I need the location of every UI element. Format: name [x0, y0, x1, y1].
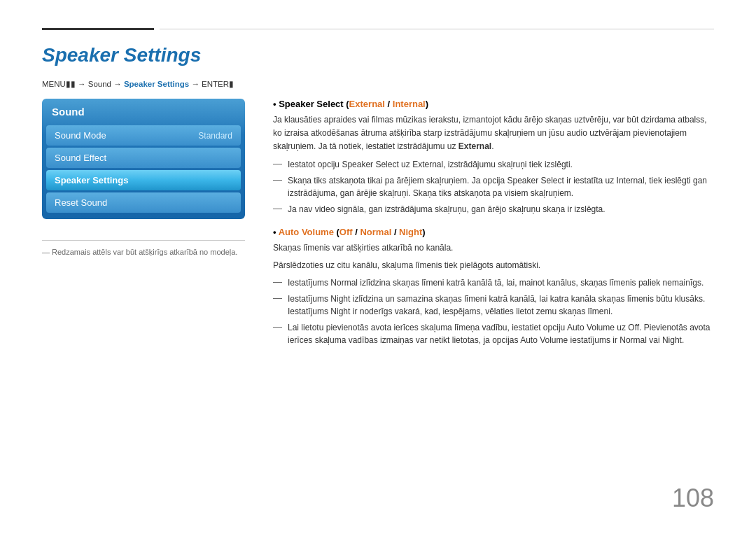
- page-title: Speaker Settings: [42, 44, 714, 66]
- auto-volume-sep2: /: [391, 227, 399, 237]
- speaker-select-internal: Internal: [393, 99, 426, 109]
- auto-sub-item-2: Iestatījums Night izlīdzina un samazina …: [273, 293, 714, 318]
- main-content: Sound Sound Mode Standard Sound Effect S…: [42, 99, 714, 358]
- sub-item-3: Ja nav video signāla, gan izstrādājuma s…: [273, 203, 714, 216]
- menu-label-speaker-settings: Speaker Settings: [55, 175, 129, 185]
- right-panel: • Speaker Select (External / Internal) J…: [273, 99, 714, 358]
- menu-label-sound-effect: Sound Effect: [55, 153, 106, 163]
- breadcrumb-text: MENU▮▮ → Sound →: [42, 80, 124, 88]
- page-number: 108: [672, 484, 714, 513]
- auto-sub-item-1: Iestatījums Normal izlīdzina skaņas līme…: [273, 276, 714, 289]
- left-note-text: — Redzamais attēls var būt atšķirīgs atk…: [42, 248, 245, 256]
- left-panel: Sound Sound Mode Standard Sound Effect S…: [42, 99, 245, 358]
- speaker-select-title: • Speaker Select (External / Internal): [273, 99, 714, 109]
- top-line-dark: [42, 28, 154, 30]
- auto-volume-title: • Auto Volume (Off / Normal / Night): [273, 227, 714, 237]
- sub-item-3-text: Ja nav video signāla, gan izstrādājuma s…: [288, 203, 606, 216]
- auto-volume-off: Off: [340, 227, 353, 237]
- auto-volume-night: Night: [399, 227, 422, 237]
- menu-label-sound-mode: Sound Mode: [55, 130, 106, 141]
- auto-footer-text: Lai lietotu pievienotās avota ierīces sk…: [288, 321, 714, 346]
- auto-volume-normal: Normal: [360, 227, 391, 237]
- sub-item-1-text: Iestatot opciju Speaker Select uz Extern…: [288, 158, 573, 171]
- auto-sub-item-2-text: Iestatījums Night izlīdzina un samazina …: [288, 293, 714, 318]
- auto-volume-sep1: /: [353, 227, 360, 237]
- sub-item-2: Skaņa tiks atskaņota tikai pa ārējiem sk…: [273, 174, 714, 199]
- speaker-select-external: External: [349, 99, 385, 109]
- sound-panel-title: Sound: [42, 99, 245, 123]
- auto-volume-bullet: •: [273, 227, 279, 237]
- auto-volume-paren1: (: [334, 227, 340, 237]
- breadcrumb-end: → ENTER▮: [189, 80, 234, 88]
- sub-item-2-text: Skaņa tiks atskaņota tikai pa ārējiem sk…: [288, 174, 714, 199]
- speaker-select-title-black: • Speaker Select (: [273, 99, 349, 109]
- menu-value-sound-mode: Standard: [198, 131, 232, 141]
- sub-item-1: Iestatot opciju Speaker Select uz Extern…: [273, 158, 714, 171]
- body1-bold-external: External: [458, 141, 491, 151]
- menu-item-sound-mode[interactable]: Sound Mode Standard: [46, 125, 241, 146]
- sound-panel: Sound Sound Mode Standard Sound Effect S…: [42, 99, 245, 219]
- breadcrumb: MENU▮▮ → Sound → Speaker Settings → ENTE…: [42, 79, 714, 89]
- auto-footer: Lai lietotu pievienotās avota ierīces sk…: [273, 321, 714, 346]
- speaker-select-body1: Ja klausāties apraides vai filmas mūzika…: [273, 113, 714, 154]
- auto-volume-label: Auto Volume: [279, 227, 334, 237]
- top-decorative-lines: [42, 28, 714, 30]
- breadcrumb-highlight: Speaker Settings: [124, 80, 189, 88]
- section-speaker-select: • Speaker Select (External / Internal) J…: [273, 99, 714, 216]
- page-container: Speaker Settings MENU▮▮ → Sound → Speake…: [0, 0, 756, 534]
- left-note-dash: —: [42, 248, 52, 256]
- menu-item-sound-effect[interactable]: Sound Effect: [46, 148, 241, 168]
- auto-volume-body1: Skaņas līmenis var atšķirties atkarībā n…: [273, 241, 714, 255]
- auto-volume-body2: Pārslēdzoties uz citu kanālu, skaļuma lī…: [273, 259, 714, 272]
- left-note-content: Redzamais attēls var būt atšķirīgs atkar…: [52, 248, 237, 256]
- menu-item-reset-sound[interactable]: Reset Sound: [46, 192, 241, 213]
- left-note: — Redzamais attēls var būt atšķirīgs atk…: [42, 240, 245, 256]
- top-line-light: [160, 29, 714, 29]
- menu-label-reset-sound: Reset Sound: [55, 197, 107, 208]
- menu-item-speaker-settings[interactable]: Speaker Settings: [46, 170, 241, 190]
- auto-volume-paren2: ): [422, 227, 425, 237]
- auto-sub-item-1-text: Iestatījums Normal izlīdzina skaņas līme…: [288, 276, 704, 289]
- speaker-select-slash: /: [385, 99, 393, 109]
- section-auto-volume: • Auto Volume (Off / Normal / Night) Ska…: [273, 227, 714, 346]
- speaker-select-close: ): [426, 99, 428, 109]
